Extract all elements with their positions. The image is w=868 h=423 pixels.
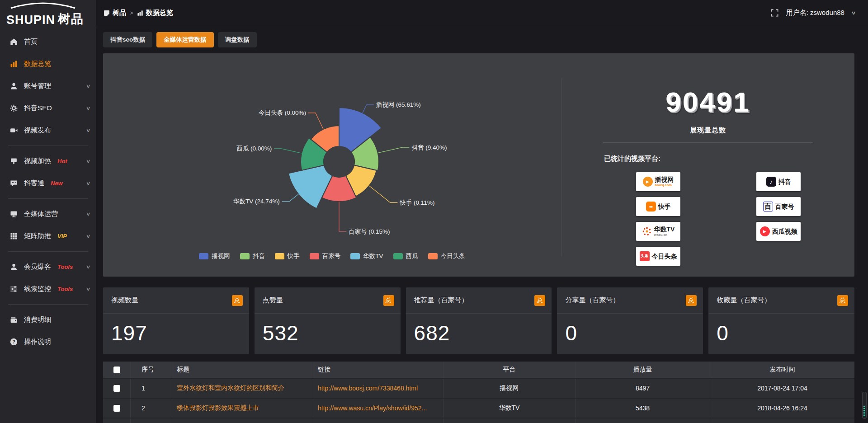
sidebar-item-douyin-seo[interactable]: 抖音SEO∨ — [0, 97, 96, 119]
chevron-down-icon: ∨ — [85, 83, 90, 89]
scrollbar[interactable] — [862, 392, 867, 419]
sidebar-divider — [8, 251, 88, 252]
platform-badge-baijiahao: 百百家号 — [756, 197, 801, 216]
sidebar-item-label: 会员爆客 — [24, 263, 51, 271]
legend-item[interactable]: 百家号 — [310, 252, 341, 260]
tab-inquiry-data[interactable]: 询盘数据 — [218, 32, 257, 47]
platform-name: 今日头条 — [652, 253, 677, 260]
legend-item[interactable]: 抖音 — [240, 252, 265, 260]
xigua-logo-icon: ▶ — [760, 226, 770, 236]
stat-card-header: 推荐量（百家号）总 — [406, 287, 552, 314]
pie-label-line-2 — [369, 186, 397, 202]
cell-plays: 8497 — [575, 379, 710, 398]
cell-title-link[interactable]: 楼体投影灯投影效果震撼上市 — [172, 399, 313, 418]
rose-chart: 播视网 (65.61%)抖音 (9.40%)快手 (0.11%)百家号 (0.1… — [103, 53, 561, 248]
sidebar-item-expense-detail[interactable]: 消费明细 — [0, 309, 96, 331]
sidebar-item-account-mgmt[interactable]: 账号管理∨ — [0, 75, 96, 97]
chevron-down-icon: ∨ — [85, 158, 90, 164]
svg-text:?: ? — [12, 339, 15, 344]
sidebar-item-operation-guide[interactable]: ?操作说明 — [0, 331, 96, 353]
heat-icon — [10, 157, 18, 165]
sidebar-item-badge: New — [51, 180, 63, 187]
tab-douyin-seo-data[interactable]: 抖音seo数据 — [103, 32, 152, 47]
sidebar-item-video-publish[interactable]: 视频发布∨ — [0, 119, 96, 141]
sidebar-divider — [8, 146, 88, 146]
cell-no: 1 — [130, 379, 172, 398]
platform-name-wrap: 抖音 — [778, 179, 791, 185]
cell-url-link[interactable]: http://www.boosj.com/7338468.html — [313, 379, 443, 398]
legend-swatch — [240, 253, 250, 259]
legend-label: 华数TV — [363, 252, 383, 260]
platform-column: ♪抖音百百家号▶西瓜视频 — [756, 172, 801, 266]
sidebar-item-member-burst[interactable]: 会员爆客Tools∨ — [0, 256, 96, 278]
sidebar-item-label: 全媒体运营 — [24, 210, 58, 218]
breadcrumb-item-data-overview[interactable]: 数据总览 — [137, 9, 173, 17]
stat-card-value: 532 — [255, 314, 401, 345]
cell-time: 2017-08-24 17:04 — [710, 379, 854, 398]
legend-item[interactable]: 西瓜 — [393, 252, 418, 260]
platform-badge-boosj: ▶播视网boosj.com — [636, 172, 680, 191]
breadcrumb-label: 数据总览 — [146, 9, 173, 17]
username-menu[interactable]: 用户名: zswodun88 — [786, 9, 844, 17]
monitor-icon — [10, 210, 18, 218]
sidebar-item-douketong[interactable]: 抖客通New∨ — [0, 172, 96, 194]
stat-card-label: 推荐量（百家号） — [414, 296, 468, 305]
chevron-down-icon: ∨ — [85, 286, 90, 292]
pie-label-line-0 — [363, 105, 374, 113]
fullscreen-icon[interactable] — [770, 9, 779, 17]
cell-title-link[interactable]: 室外水纹灯和室内水纹灯的区别和简介 — [172, 379, 313, 398]
sidebar-item-lead-monitor[interactable]: 线索监控Tools∨ — [0, 278, 96, 300]
select-all-checkbox[interactable] — [113, 367, 120, 373]
chart-legend: 播视网抖音快手百家号华数TV西瓜今日头条 — [103, 252, 561, 260]
sidebar-item-matrix-boost[interactable]: 矩阵助推VIP∨ — [0, 225, 96, 247]
sliders-icon — [10, 285, 18, 293]
platform-badge-wasu: 华数TVwasu.cn — [636, 222, 680, 241]
total-badge: 总 — [534, 295, 545, 306]
data-tabs: 抖音seo数据全媒体运营数据询盘数据 — [103, 32, 854, 47]
total-impressions-label: 展现量总数 — [561, 126, 854, 135]
row-checkbox[interactable] — [113, 405, 120, 412]
legend-item[interactable]: 今日头条 — [428, 252, 465, 260]
pie-slice-4[interactable] — [288, 165, 332, 209]
legend-swatch — [428, 253, 438, 259]
sidebar-item-badge: VIP — [57, 233, 67, 240]
sidebar-item-label: 消费明细 — [24, 315, 51, 324]
legend-item[interactable]: 华数TV — [350, 252, 383, 260]
sidebar-item-video-heat[interactable]: 视频加热Hot∨ — [0, 150, 96, 172]
stat-card-label: 收藏量（百家号） — [717, 296, 771, 305]
breadcrumb-item-shupin[interactable]: 树品 — [104, 9, 126, 17]
tab-omni-media-data[interactable]: 全媒体运营数据 — [156, 32, 214, 47]
stat-card-label: 点赞量 — [263, 296, 283, 305]
logo-text-en: SHUPIN — [6, 13, 55, 27]
pie-label-2: 快手 (0.11%) — [399, 199, 434, 206]
sidebar-item-label: 视频加热 — [24, 157, 51, 165]
stat-card-favorite-count: 收藏量（百家号）总0 — [708, 287, 854, 354]
table-row: 2楼体投影灯投影效果震撼上市http://www.wasu.cn/Play/sh… — [103, 398, 854, 418]
platform-name-wrap: 快手 — [658, 203, 671, 210]
sidebar-item-omni-media[interactable]: 全媒体运营∨ — [0, 203, 96, 225]
breadcrumb-separator: > — [130, 9, 133, 16]
cell-url-link[interactable]: http://www.wasu.cn/Play/show/id/952... — [313, 399, 443, 418]
app-icon — [104, 10, 110, 16]
table-header-cell: 标题 — [172, 362, 313, 378]
chevron-down-icon: ∨ — [85, 264, 90, 270]
sidebar-item-label: 线索监控 — [24, 285, 51, 293]
sidebar-item-home[interactable]: 首页 — [0, 31, 96, 53]
overview-panel: 播视网 (65.61%)抖音 (9.40%)快手 (0.11%)百家号 (0.1… — [103, 53, 854, 277]
platform-name: 抖音 — [778, 179, 791, 185]
topbar: 树品>数据总览 用户名: zswodun88 ∨ — [96, 0, 868, 26]
table-header-cell: 发布时间 — [710, 362, 854, 378]
wallet-icon — [10, 316, 18, 324]
chevron-down-icon: ∨ — [85, 127, 90, 133]
legend-item[interactable]: 快手 — [275, 252, 300, 260]
cell-platform: 播视网 — [443, 379, 575, 398]
stat-card-like-count: 点赞量总532 — [255, 287, 401, 354]
pie-label-5: 西瓜 (0.00%) — [236, 145, 272, 152]
row-checkbox[interactable] — [113, 385, 120, 392]
stat-card-label: 视频数量 — [111, 296, 138, 305]
legend-item[interactable]: 播视网 — [199, 252, 230, 260]
sidebar-item-data-overview[interactable]: 数据总览 — [0, 53, 96, 75]
row-checkbox-cell — [103, 418, 130, 423]
rose-chart-area: 播视网 (65.61%)抖音 (9.40%)快手 (0.11%)百家号 (0.1… — [103, 53, 561, 277]
wasu-logo-icon — [642, 226, 652, 236]
